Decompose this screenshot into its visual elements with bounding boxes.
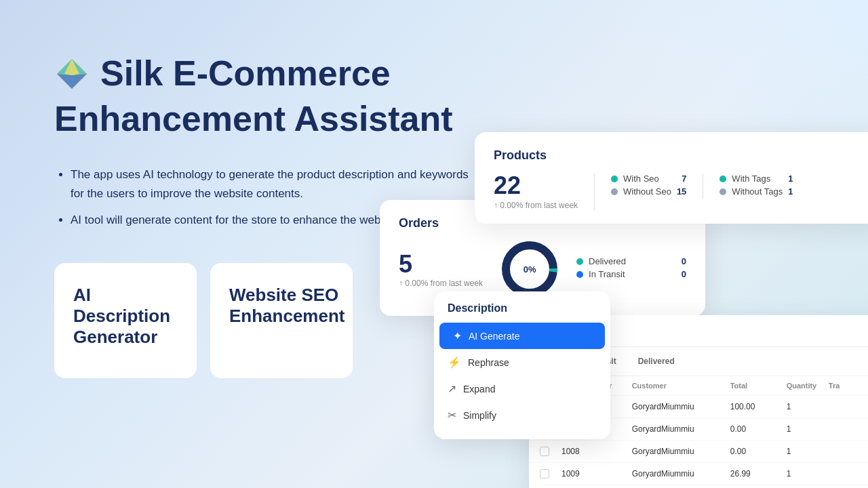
row-checkbox[interactable] [540, 469, 549, 479]
row-qty: 1 [787, 469, 829, 479]
orders-change: ↑ 0.00% from last week [399, 279, 483, 288]
without-tags-label: Without Tags [732, 186, 783, 197]
logo-icon [54, 56, 90, 92]
with-seo-dot [611, 176, 618, 182]
without-tags-row: Without Tags 1 [719, 186, 793, 197]
row-order-id: 1008 [561, 447, 632, 456]
products-count: 22 [494, 174, 578, 198]
products-title: Products [494, 148, 863, 163]
with-tags-dot [719, 176, 726, 182]
orders-stats: 5 ↑ 0.00% from last week 0% Delivered 0 [399, 239, 686, 300]
row-total: 100.00 [730, 402, 787, 411]
orders-donut-chart: 0% [499, 239, 560, 300]
menu-ai-generate[interactable]: ✦ AI Generate [439, 323, 605, 349]
delivered-val: 0 [682, 256, 686, 266]
menu-rephrase[interactable]: ⚡ Rephrase [434, 349, 610, 375]
without-seo-dot [611, 188, 618, 195]
row-customer: GoryardMiummiu [632, 402, 730, 411]
with-seo-row: With Seo 7 [611, 174, 686, 184]
delivered-row: Delivered 0 [576, 256, 686, 266]
description-card: Description ✦ AI Generate ⚡ Rephrase ↗ E… [434, 291, 610, 439]
menu-simplify[interactable]: ✂ Simplify [434, 402, 610, 428]
in-transit-label: In Transit [589, 269, 625, 279]
in-transit-dot [576, 271, 583, 278]
row-customer: GoryardMiummiu [632, 469, 730, 479]
products-stats: 22 ↑ 0.00% from last week With Seo 7 Wit… [494, 174, 863, 210]
orders-total: 5 ↑ 0.00% from last week [399, 250, 483, 288]
with-seo-label: With Seo [623, 174, 659, 184]
feature-card-seo-title: Website SEO Enhancement [229, 285, 345, 327]
products-change: ↑ 0.00% from last week [494, 201, 578, 210]
row-qty: 1 [787, 447, 829, 456]
products-total: 22 ↑ 0.00% from last week [494, 174, 595, 210]
app-title-line1: Silk E-Commerce [100, 54, 391, 93]
products-card: Products 22 ↑ 0.00% from last week With … [475, 132, 868, 224]
col-total: Total [730, 382, 787, 390]
row-total: 0.00 [730, 447, 787, 456]
ai-generate-icon: ✦ [453, 329, 462, 342]
delivered-dot [576, 258, 583, 265]
row-order-id: 1009 [561, 469, 632, 479]
rephrase-label: Rephrase [468, 357, 509, 368]
orders-legend: Delivered 0 In Transit 0 [576, 256, 686, 282]
expand-icon: ↗ [448, 382, 456, 395]
in-transit-val: 0 [682, 269, 686, 279]
row-customer: GoryardMiummiu [632, 424, 730, 434]
with-tags-label: With Tags [732, 174, 770, 184]
with-seo-val: 7 [682, 174, 686, 184]
feature-card-ai-title: AI Description Generator [73, 285, 178, 348]
orders-count: 5 [399, 250, 483, 279]
col-tra: Tra [829, 382, 868, 390]
simplify-label: Simplify [463, 410, 496, 421]
row-total: 0.00 [730, 424, 787, 434]
in-transit-row: In Transit 0 [576, 269, 686, 279]
menu-expand[interactable]: ↗ Expand [434, 375, 610, 402]
orders-donut-label: 0% [524, 264, 536, 274]
svg-marker-2 [57, 74, 87, 89]
products-seo-stats: With Seo 7 Without Seo 15 [595, 174, 703, 199]
without-seo-label: Without Seo [623, 186, 671, 197]
row-qty: 1 [787, 424, 829, 434]
ai-generate-label: AI Generate [469, 331, 520, 342]
row-qty: 1 [787, 402, 829, 411]
with-tags-row: With Tags 1 [719, 174, 793, 184]
table-row: 1010 GoryardMiummiu 84.85 3 [529, 485, 868, 488]
col-customer: Customer [632, 382, 730, 390]
with-tags-val: 1 [788, 174, 793, 184]
row-checkbox[interactable] [540, 447, 549, 456]
rephrase-icon: ⚡ [448, 356, 461, 369]
expand-label: Expand [463, 384, 495, 394]
feature-card-ai[interactable]: AI Description Generator [54, 263, 197, 378]
col-quantity: Quantity [787, 382, 829, 390]
description-title: Description [434, 302, 610, 323]
feature-card-seo[interactable]: Website SEO Enhancement [210, 263, 353, 378]
row-total: 26.99 [730, 469, 787, 479]
without-tags-val: 1 [788, 186, 793, 197]
table-row: 1009 GoryardMiummiu 26.99 1 [529, 463, 868, 485]
simplify-icon: ✂ [448, 409, 456, 422]
row-customer: GoryardMiummiu [632, 447, 730, 456]
delivered-label: Delivered [589, 256, 626, 266]
table-row: 1008 GoryardMiummiu 0.00 1 [529, 441, 868, 463]
without-seo-val: 15 [677, 186, 686, 197]
without-seo-row: Without Seo 15 [611, 186, 686, 197]
without-tags-dot [719, 188, 726, 195]
right-section: Products 22 ↑ 0.00% from last week With … [393, 0, 868, 488]
products-tags-stats: With Tags 1 Without Tags 1 [703, 174, 809, 199]
tab-delivered[interactable]: Delivered [630, 354, 683, 369]
